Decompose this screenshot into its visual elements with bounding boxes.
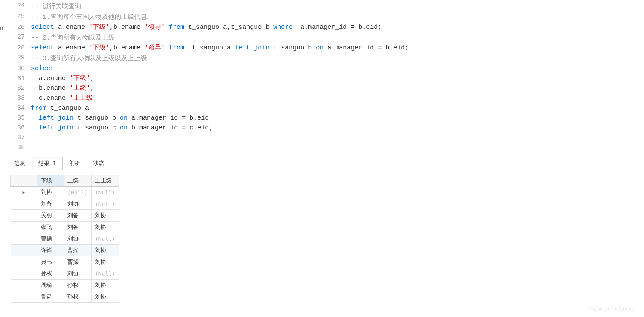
cell[interactable]: 孙权	[64, 291, 92, 303]
line-number: 29	[0, 53, 31, 64]
code-line[interactable]: 24-- 进行关联查询	[0, 1, 644, 12]
line-number: 36	[0, 123, 31, 133]
code-line[interactable]: 38	[0, 143, 644, 153]
line-number: 32	[0, 83, 31, 93]
results-panel: 下级上级上上级▶刘协(Null)(Null)刘备刘协(Null)关羽刘备刘协张飞…	[0, 170, 644, 303]
code-line[interactable]: 25-- 1.查询每个三国人物及他的上级信息	[0, 12, 644, 22]
code-line[interactable]: 32 b.ename '上级',	[0, 83, 644, 93]
cell[interactable]: 刘协	[91, 256, 119, 268]
code-line[interactable]: 31 a.ename '下级',	[0, 74, 644, 83]
cell[interactable]: 刘协	[37, 187, 64, 198]
code-line[interactable]: 28select a.ename '下级',b.ename '领导' from …	[0, 43, 644, 53]
result-tabs: 信息结果 1剖析状态	[0, 156, 644, 170]
column-header[interactable]: 下级	[37, 175, 64, 187]
code-line[interactable]: 33 c.ename '上上级'	[0, 93, 644, 103]
tab-3[interactable]: 状态	[87, 157, 111, 170]
row-marker	[11, 198, 37, 210]
code-content[interactable]: -- 3.查询所有人物以及上级以及上上级	[31, 53, 644, 64]
code-content[interactable]: -- 1.查询每个三国人物及他的上级信息	[31, 12, 644, 22]
code-content[interactable]	[31, 133, 644, 143]
table-row[interactable]: 曹操刘协(Null)	[11, 233, 119, 245]
cell[interactable]: 曹操	[64, 245, 92, 256]
cell[interactable]: 典韦	[37, 256, 64, 268]
code-line[interactable]: 35 left join t_sanguo b on a.manager_id …	[0, 113, 644, 123]
row-marker-header	[11, 175, 37, 187]
code-content[interactable]: a.ename '下级',	[31, 74, 644, 83]
code-content[interactable]: b.ename '上级',	[31, 83, 644, 93]
code-content[interactable]: -- 进行关联查询	[31, 1, 644, 12]
cell[interactable]: (Null)	[91, 268, 119, 280]
table-row[interactable]: 刘备刘协(Null)	[11, 198, 119, 210]
cell[interactable]: (Null)	[64, 187, 92, 198]
sql-editor[interactable]: 24-- 进行关联查询25-- 1.查询每个三国人物及他的上级信息26selec…	[0, 0, 644, 154]
line-number: 33	[0, 93, 31, 103]
code-content[interactable]	[31, 143, 644, 153]
cell[interactable]: 孙权	[37, 268, 64, 280]
row-marker	[11, 210, 37, 222]
cell[interactable]: 刘协	[91, 280, 119, 291]
code-content[interactable]: left join t_sanguo b on a.manager_id = b…	[31, 113, 644, 123]
line-number: 28	[0, 43, 31, 53]
code-line[interactable]: 29-- 3.查询所有人物以及上级以及上上级	[0, 53, 644, 64]
cell[interactable]: 刘协	[91, 210, 119, 222]
table-row[interactable]: 孙权刘协(Null)	[11, 268, 119, 280]
cell[interactable]: 曹操	[37, 233, 64, 245]
column-header[interactable]: 上级	[64, 175, 92, 187]
line-number: 30	[0, 64, 31, 74]
code-line[interactable]: 26select a.ename '下级',b.ename '领导' from …	[0, 22, 644, 32]
cell[interactable]: 刘协	[91, 291, 119, 303]
table-row[interactable]: 周瑜孙权刘协	[11, 280, 119, 291]
table-row[interactable]: 许褚曹操刘协	[11, 245, 119, 256]
line-number: 37	[0, 133, 31, 143]
code-line[interactable]: 34from t_sanguo a	[0, 103, 644, 113]
table-row[interactable]: 鲁肃孙权刘协	[11, 291, 119, 303]
tab-1[interactable]: 结果 1	[32, 157, 63, 170]
code-content[interactable]: select a.ename '下级',b.ename '领导' from t_…	[31, 22, 644, 32]
line-number: 25	[0, 12, 31, 22]
code-line[interactable]: 37	[0, 133, 644, 143]
table-row[interactable]: 关羽刘备刘协	[11, 210, 119, 222]
code-content[interactable]: left join t_sanguo c on b.manager_id = c…	[31, 123, 644, 133]
cell[interactable]: 刘协	[64, 268, 92, 280]
cell[interactable]: 周瑜	[37, 280, 64, 291]
row-marker	[11, 222, 37, 233]
left-fragment: n	[0, 25, 3, 31]
tab-0[interactable]: 信息	[8, 157, 32, 170]
cell[interactable]: 张飞	[37, 222, 64, 233]
cell[interactable]: 刘备	[37, 198, 64, 210]
code-line[interactable]: 36 left join t_sanguo c on b.manager_id …	[0, 123, 644, 133]
cell[interactable]: 孙权	[64, 280, 92, 291]
cell[interactable]: 刘协	[91, 222, 119, 233]
cell[interactable]: (Null)	[91, 187, 119, 198]
line-number: 38	[0, 143, 31, 153]
cell[interactable]: 关羽	[37, 210, 64, 222]
table-row[interactable]: 典韦曹操刘协	[11, 256, 119, 268]
cell[interactable]: 刘备	[64, 210, 92, 222]
code-content[interactable]: select	[31, 64, 644, 74]
code-content[interactable]: -- 2.查询所有人物以及上级	[31, 32, 644, 43]
row-marker	[11, 280, 37, 291]
cell[interactable]: 刘协	[64, 198, 92, 210]
row-marker	[11, 233, 37, 245]
code-content[interactable]: c.ename '上上级'	[31, 93, 644, 103]
results-table[interactable]: 下级上级上上级▶刘协(Null)(Null)刘备刘协(Null)关羽刘备刘协张飞…	[10, 175, 119, 303]
code-content[interactable]: from t_sanguo a	[31, 103, 644, 113]
code-line[interactable]: 27-- 2.查询所有人物以及上级	[0, 32, 644, 43]
table-row[interactable]: ▶刘协(Null)(Null)	[11, 187, 119, 198]
line-number: 26	[0, 22, 31, 32]
line-number: 27	[0, 32, 31, 43]
cell[interactable]: (Null)	[91, 198, 119, 210]
cell[interactable]: 鲁肃	[37, 291, 64, 303]
cell[interactable]: 刘协	[91, 245, 119, 256]
row-marker	[11, 291, 37, 303]
code-content[interactable]: select a.ename '下级',b.ename '领导' from t_…	[31, 43, 644, 53]
cell[interactable]: 曹操	[64, 256, 92, 268]
cell[interactable]: 刘协	[64, 233, 92, 245]
cell[interactable]: 刘备	[64, 222, 92, 233]
code-line[interactable]: 30select	[0, 64, 644, 74]
cell[interactable]: (Null)	[91, 233, 119, 245]
cell[interactable]: 许褚	[37, 245, 64, 256]
table-row[interactable]: 张飞刘备刘协	[11, 222, 119, 233]
tab-2[interactable]: 剖析	[63, 157, 87, 170]
column-header[interactable]: 上上级	[91, 175, 119, 187]
